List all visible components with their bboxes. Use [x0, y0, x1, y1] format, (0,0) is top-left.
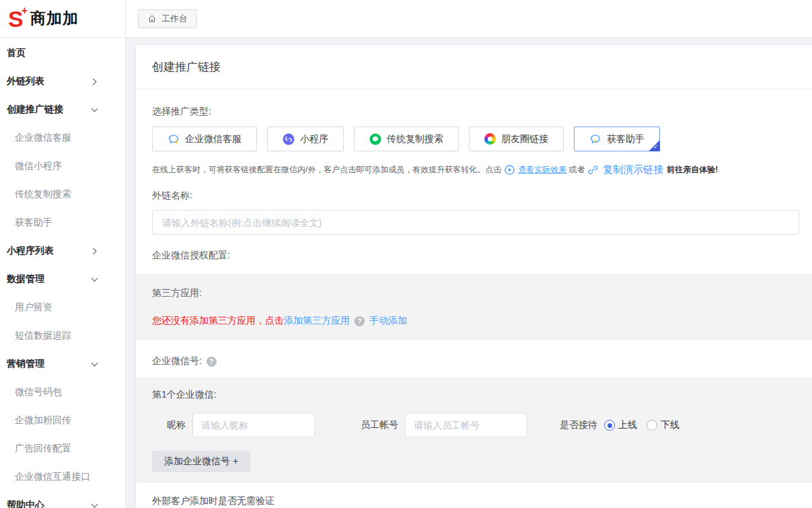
- radio-selected-icon: [604, 420, 615, 431]
- link-name-input[interactable]: [152, 210, 799, 235]
- brand-logo: S+商加加: [0, 0, 125, 38]
- sidebar-item-wecom-fan-callback[interactable]: 企微加粉回传: [0, 406, 125, 435]
- sidebar-item-user-leads[interactable]: 用户留资: [0, 293, 125, 322]
- type-option-miniprogram[interactable]: 小程序: [267, 126, 344, 151]
- chevron-right-icon: [90, 77, 98, 85]
- sidebar-item-miniprogram-list[interactable]: 小程序列表: [0, 237, 125, 265]
- page-title: 创建推广链接: [152, 59, 221, 75]
- wecom-account-label: 企业微信号:: [152, 355, 202, 367]
- card-header: 创建推广链接: [136, 45, 812, 89]
- manual-add-link[interactable]: 手动添加: [369, 315, 407, 327]
- wecom-auth-config-label: 企业微信授权配置:: [152, 250, 799, 262]
- sidebar-nav: 首页 外链列表 创建推广链接 企业微信客服 微信小程序 传统复制搜索 获客助手: [0, 38, 125, 508]
- third-party-app-section: 第三方应用: 您还没有添加第三方应用，点击 添加第三方应用 ? 手动添加: [136, 274, 812, 340]
- topbar: 工作台: [126, 0, 812, 38]
- notice-tail-text: 前往亲自体验!: [667, 164, 718, 176]
- staff-account-input[interactable]: [405, 413, 527, 437]
- sidebar-item-link-list[interactable]: 外链列表: [0, 67, 125, 96]
- play-circle-icon: [505, 165, 515, 175]
- chevron-right-icon: [90, 247, 98, 255]
- acquisition-chat-icon: [589, 133, 601, 145]
- copy-demo-link[interactable]: 复制演示链接: [603, 164, 663, 176]
- sidebar-item-data-management[interactable]: 数据管理: [0, 265, 125, 293]
- home-icon: [147, 14, 157, 24]
- serve-status-label: 是否接待: [560, 419, 597, 431]
- sidebar-item-marketing-management[interactable]: 营销管理: [0, 350, 125, 378]
- sidebar-item-acquisition-assistant[interactable]: 获客助手: [0, 209, 125, 237]
- nickname-label: 昵称: [167, 419, 186, 431]
- chevron-down-icon: [90, 501, 98, 508]
- type-option-traditional-copy-search[interactable]: 传统复制搜索: [354, 126, 459, 151]
- card-body: 选择推广类型: 企业微信客服 小程序 传统复制搜索: [136, 89, 812, 508]
- main-area: 工作台 创建推广链接 选择推广类型: 企业微信客服: [126, 0, 812, 508]
- sidebar-item-help-center[interactable]: 帮助中心: [0, 491, 125, 508]
- wecom-chat-icon: [168, 133, 180, 145]
- nickname-input[interactable]: [192, 413, 315, 437]
- view-demo-link[interactable]: 查看实际效果: [518, 164, 566, 176]
- link-name-label: 外链名称:: [152, 190, 799, 202]
- wecom-account-label-row: 企业微信号: ?: [152, 355, 799, 367]
- staff-account-label: 员工帐号: [361, 419, 398, 431]
- sidebar: S+商加加 首页 外链列表 创建推广链接 企业微信客服 微信小程序 传统复制搜索: [0, 0, 126, 508]
- brand-name: 商加加: [30, 8, 79, 29]
- add-wecom-account-button[interactable]: 添加企业微信号 +: [152, 451, 250, 472]
- selected-corner-check-icon: ✓: [649, 140, 660, 151]
- third-party-app-label: 第三方应用:: [152, 287, 799, 299]
- question-circle-icon[interactable]: ?: [355, 316, 365, 326]
- wecom-form-row: 昵称 员工帐号 是否接待 上线: [152, 413, 799, 437]
- create-promo-link-card: 创建推广链接 选择推广类型: 企业微信客服 小程序: [135, 44, 812, 508]
- sidebar-item-wechat-number-pack[interactable]: 微信号码包: [0, 378, 125, 406]
- wecom-group-title: 第1个企业微信:: [152, 389, 799, 401]
- content-area: 创建推广链接 选择推广类型: 企业微信客服 小程序: [126, 38, 812, 508]
- brand-logo-plus: +: [22, 5, 28, 17]
- radio-offline[interactable]: 下线: [647, 419, 679, 431]
- link-chain-icon: [588, 165, 598, 175]
- miniprogram-icon: [283, 133, 295, 145]
- sidebar-item-create-promo-link[interactable]: 创建推广链接: [0, 96, 125, 124]
- chevron-down-icon: [90, 106, 98, 114]
- sidebar-item-ad-callback-config[interactable]: 广告回传配置: [0, 435, 125, 463]
- type-option-moments-link[interactable]: 朋友圈链接: [469, 126, 564, 151]
- notice-text: 在线上获客时，可将获客链接配置在微信内/外，客户点击即可添加成员，有效提升获客转…: [152, 164, 501, 176]
- workspace-tab[interactable]: 工作台: [138, 9, 197, 28]
- radio-online[interactable]: 上线: [604, 419, 637, 431]
- sidebar-item-home[interactable]: 首页: [0, 39, 125, 67]
- sidebar-item-sms-data-tracking[interactable]: 短信数据追踪: [0, 322, 125, 350]
- sidebar-item-traditional-copy-search[interactable]: 传统复制搜索: [0, 180, 125, 209]
- warning-text: 您还没有添加第三方应用，点击: [152, 315, 284, 327]
- sidebar-item-wecom-interop-api[interactable]: 企业微信互通接口: [0, 463, 125, 491]
- verify-question-label: 外部客户添加时是否无需验证: [152, 495, 799, 507]
- notice-or-text: 或者: [568, 164, 585, 176]
- sidebar-item-wechat-miniprogram[interactable]: 微信小程序: [0, 152, 125, 180]
- wecom-account-section: 第1个企业微信: 昵称 员工帐号 是否接待: [136, 377, 812, 483]
- serve-status-radio-group: 上线 下线: [604, 419, 679, 431]
- moments-icon: [484, 133, 496, 145]
- wechat-icon: [369, 133, 381, 145]
- promo-type-options: 企业微信客服 小程序 传统复制搜索 朋友圈链接: [152, 126, 799, 151]
- type-option-wecom-customer-service[interactable]: 企业微信客服: [152, 126, 257, 151]
- type-option-acquisition-assistant[interactable]: 获客助手 ✓: [574, 126, 660, 151]
- question-circle-icon[interactable]: ?: [207, 357, 217, 367]
- sidebar-item-wecom-customer-service[interactable]: 企业微信客服: [0, 124, 125, 152]
- brand-logo-s: S: [8, 7, 23, 30]
- chevron-down-icon: [90, 275, 98, 283]
- notice-line: 在线上获客时，可将获客链接配置在微信内/外，客户点击即可添加成员，有效提升获客转…: [152, 164, 799, 176]
- radio-unselected-icon: [647, 420, 657, 431]
- add-third-party-app-link[interactable]: 添加第三方应用: [284, 315, 350, 327]
- third-party-warning-line: 您还没有添加第三方应用，点击 添加第三方应用 ? 手动添加: [152, 315, 799, 327]
- chevron-down-icon: [90, 360, 98, 368]
- promo-type-label: 选择推广类型:: [152, 106, 799, 118]
- app-window: S+商加加 首页 外链列表 创建推广链接 企业微信客服 微信小程序 传统复制搜索: [0, 0, 812, 508]
